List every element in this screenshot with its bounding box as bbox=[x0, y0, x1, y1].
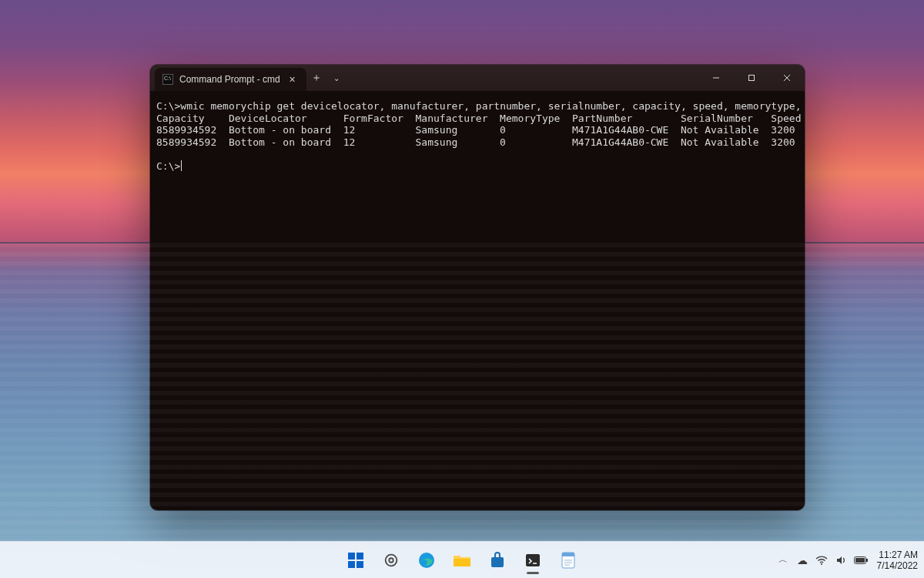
svg-point-13 bbox=[821, 563, 822, 565]
onedrive-icon[interactable]: ☁ bbox=[797, 555, 808, 566]
svg-rect-1 bbox=[348, 553, 355, 560]
svg-rect-10 bbox=[526, 554, 540, 566]
svg-rect-0 bbox=[749, 76, 755, 81]
windows-logo-icon bbox=[346, 551, 365, 570]
titlebar-drag-region[interactable] bbox=[346, 65, 698, 91]
window-controls bbox=[698, 65, 805, 91]
tabstrip: ＋ ⌄ bbox=[306, 65, 346, 91]
edge-icon bbox=[417, 551, 436, 570]
battery-icon[interactable] bbox=[854, 556, 868, 564]
taskbar-right: ︿ ☁ 11:27 AM 7/14/2022 bbox=[778, 549, 918, 571]
desktop: Command Prompt - cmd × ＋ ⌄ C:\>wmic memo… bbox=[0, 0, 924, 578]
start-button[interactable] bbox=[340, 545, 371, 576]
tab-title: Command Prompt - cmd bbox=[179, 74, 280, 85]
prompt: C:\> bbox=[156, 160, 180, 172]
titlebar[interactable]: Command Prompt - cmd × ＋ ⌄ bbox=[150, 65, 805, 91]
taskbar-explorer[interactable] bbox=[447, 545, 477, 576]
taskbar-terminal[interactable] bbox=[517, 545, 548, 576]
gear-icon bbox=[383, 552, 400, 569]
system-tray[interactable]: ☁ bbox=[797, 555, 868, 566]
clock-date: 7/14/2022 bbox=[877, 560, 918, 571]
taskbar-settings[interactable] bbox=[376, 545, 407, 576]
folder-icon bbox=[453, 553, 471, 568]
notepad-icon bbox=[561, 551, 576, 570]
terminal-window: Command Prompt - cmd × ＋ ⌄ C:\>wmic memo… bbox=[150, 65, 805, 510]
store-icon bbox=[489, 552, 506, 569]
taskbar-center bbox=[340, 545, 584, 576]
output-header-row: Capacity DeviceLocator FormFactor Manufa… bbox=[156, 113, 801, 124]
svg-rect-9 bbox=[491, 557, 504, 567]
tray-chevron-icon[interactable]: ︿ bbox=[778, 553, 788, 566]
tab-close-button[interactable]: × bbox=[286, 74, 299, 85]
taskbar: ︿ ☁ 11:27 AM 7/14/2022 bbox=[0, 541, 924, 578]
wifi-icon[interactable] bbox=[815, 556, 828, 565]
svg-rect-16 bbox=[855, 558, 865, 563]
svg-rect-2 bbox=[357, 553, 363, 560]
svg-point-5 bbox=[386, 554, 397, 566]
svg-rect-15 bbox=[866, 559, 868, 562]
close-button[interactable] bbox=[769, 65, 805, 91]
svg-rect-3 bbox=[348, 561, 355, 568]
cmd-icon bbox=[162, 74, 173, 85]
prompt: C:\> bbox=[156, 100, 180, 112]
cursor bbox=[181, 160, 182, 171]
volume-icon[interactable] bbox=[835, 555, 846, 566]
maximize-button[interactable] bbox=[734, 65, 769, 91]
taskbar-clock[interactable]: 11:27 AM 7/14/2022 bbox=[877, 549, 918, 571]
svg-point-6 bbox=[389, 558, 393, 563]
tab-active[interactable]: Command Prompt - cmd × bbox=[155, 68, 306, 91]
taskbar-store[interactable] bbox=[482, 545, 513, 576]
terminal-icon bbox=[524, 552, 541, 569]
clock-time: 11:27 AM bbox=[877, 549, 918, 560]
terminal-body[interactable]: C:\>wmic memorychip get devicelocator, m… bbox=[150, 91, 805, 510]
minimize-button[interactable] bbox=[698, 65, 734, 91]
command-text: wmic memorychip get devicelocator, manuf… bbox=[180, 100, 805, 112]
svg-rect-12 bbox=[562, 553, 574, 556]
tab-dropdown-button[interactable]: ⌄ bbox=[326, 65, 346, 91]
output-data-rows: 8589934592 Bottom - on board 12 Samsung … bbox=[156, 124, 801, 148]
svg-rect-8 bbox=[454, 559, 470, 566]
taskbar-edge[interactable] bbox=[411, 545, 442, 576]
svg-rect-4 bbox=[357, 561, 363, 568]
taskbar-notepad[interactable] bbox=[553, 545, 584, 576]
new-tab-button[interactable]: ＋ bbox=[306, 65, 326, 91]
